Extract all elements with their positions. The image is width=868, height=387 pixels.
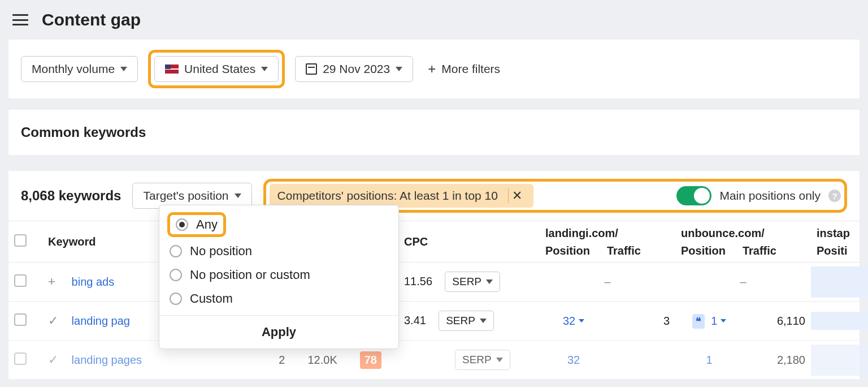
volume-dropdown[interactable]: Monthly volume: [21, 56, 138, 82]
keyword-count: 8,068 keywords: [21, 188, 121, 204]
table-row: ✓ landing pages 2 12.0K 78 SERP 32 1: [8, 340, 860, 379]
position-link[interactable]: 32: [563, 315, 584, 328]
quote-badge-icon: ❝: [692, 314, 705, 329]
target-position-menu: Any No position No position or custom Cu…: [159, 205, 399, 349]
serp-button[interactable]: SERP: [445, 272, 500, 292]
cpc-value: 3.41: [404, 314, 426, 326]
d2-traffic: 6,110: [743, 306, 811, 337]
position-link[interactable]: 32: [567, 354, 580, 367]
keyword-link[interactable]: landing pages: [72, 354, 142, 366]
position-link[interactable]: 1: [711, 315, 726, 328]
d3-position: 7: [811, 266, 868, 298]
cpc-cell: SERP: [398, 341, 540, 379]
competitors-chip[interactable]: Competitors' positions: At least 1 in to…: [270, 184, 533, 208]
caret-down-icon: [579, 319, 584, 322]
serp-button[interactable]: SERP: [439, 311, 494, 331]
row-checkbox[interactable]: [14, 274, 27, 287]
apply-button[interactable]: Apply: [159, 315, 398, 349]
domain3-label: instap: [817, 227, 868, 240]
d1-traffic: 3: [607, 306, 675, 337]
check-icon: ✓: [48, 352, 62, 367]
expand-icon[interactable]: +: [48, 274, 62, 289]
option-no-position[interactable]: No position: [159, 239, 398, 263]
filter-bar: Monthly volume United States 29 Nov 2023…: [8, 40, 860, 98]
caret-down-icon: [486, 280, 493, 284]
traffic-header[interactable]: Traffic: [743, 244, 776, 257]
d1-traffic: [607, 351, 675, 369]
keyword-link[interactable]: bing ads: [72, 276, 115, 288]
caret-down-icon: [120, 67, 127, 71]
menu-icon[interactable]: [12, 14, 28, 25]
vol-value: 12.0K: [307, 354, 337, 367]
close-icon[interactable]: ✕: [508, 188, 526, 203]
d1-position: 32: [540, 345, 607, 376]
radio-icon: [170, 269, 182, 281]
position-header[interactable]: Position: [545, 244, 590, 257]
kd-badge: 78: [360, 351, 381, 369]
domain2-label: unbounce.com/: [681, 227, 805, 240]
select-all-cell: [8, 224, 42, 260]
row-checkbox[interactable]: [14, 352, 27, 365]
option-label: No position: [190, 244, 252, 259]
flag-us-icon: [165, 64, 179, 74]
row-checkbox[interactable]: [14, 313, 27, 326]
chip-label: Competitors' positions: At least 1 in to…: [277, 189, 498, 203]
serp-button[interactable]: SERP: [455, 350, 510, 370]
country-dropdown[interactable]: United States: [154, 56, 279, 82]
d2-traffic: 2,180: [743, 345, 811, 376]
caret-down-icon: [396, 67, 402, 71]
cpc-value: 11.56: [404, 275, 432, 287]
results-bar: 8,068 keywords Target's position Competi…: [8, 171, 860, 221]
domain2-header-group: unbounce.com/ Position Traffic: [675, 221, 811, 262]
traffic-header[interactable]: Traffic: [607, 244, 641, 257]
main-positions-toggle[interactable]: [676, 186, 711, 205]
caret-down-icon: [235, 194, 241, 198]
volume-label: Monthly volume: [32, 62, 115, 76]
position-header[interactable]: Positi: [817, 244, 847, 257]
d2-position: ❝ 1: [675, 306, 743, 337]
table-row: + bing ads 11.56 SERP – – 7: [8, 262, 860, 301]
sf-value: 2: [279, 354, 285, 367]
position-header[interactable]: Position: [681, 244, 726, 257]
option-label: No position or custom: [190, 268, 310, 282]
caret-down-icon: [261, 67, 268, 71]
table-row: ✓ landing pag 3.41 SERP 32 3 ❝ 1 6,11: [8, 301, 860, 340]
d2-position: –: [675, 266, 811, 298]
d1-position: 32: [540, 306, 607, 337]
cpc-header[interactable]: CPC: [398, 225, 540, 259]
cpc-cell: 11.56 SERP: [398, 263, 540, 301]
page-title: Content gap: [42, 10, 141, 29]
option-label: Any: [196, 217, 218, 232]
d3-position: 1: [811, 345, 868, 376]
option-no-position-or-custom[interactable]: No position or custom: [159, 263, 398, 287]
help-icon[interactable]: ?: [828, 190, 841, 202]
caret-down-icon: [496, 358, 503, 362]
country-label: United States: [184, 62, 255, 76]
page-header: Content gap: [0, 0, 868, 40]
caret-down-icon: [721, 319, 726, 322]
select-all-checkbox[interactable]: [14, 234, 27, 247]
keyword-link[interactable]: landing pag: [72, 315, 130, 327]
caret-down-icon: [480, 319, 487, 323]
position-link[interactable]: 1: [706, 354, 712, 367]
calendar-icon: [306, 63, 317, 75]
radio-icon: [170, 245, 182, 257]
domain1-header-group: landingi.com/ Position Traffic: [540, 221, 675, 262]
option-label: Custom: [190, 291, 233, 306]
more-filters-label: More filters: [441, 62, 500, 76]
option-custom[interactable]: Custom: [159, 287, 398, 311]
domain1-label: landingi.com/: [545, 227, 670, 240]
date-dropdown[interactable]: 29 Nov 2023: [295, 56, 413, 82]
plus-icon: +: [428, 61, 436, 77]
table-header-row: Keyword CPC landingi.com/ Position Traff…: [8, 221, 860, 262]
option-any[interactable]: Any: [167, 212, 226, 237]
more-filters-button[interactable]: + More filters: [423, 55, 505, 83]
radio-icon: [170, 293, 182, 305]
cpc-cell: 3.41 SERP: [398, 302, 540, 340]
toggle-label: Main positions only: [719, 189, 821, 203]
country-highlight: United States: [148, 50, 285, 88]
keyword-table: Keyword CPC landingi.com/ Position Traff…: [8, 221, 860, 379]
check-icon: ✓: [48, 313, 62, 328]
section-title: Common keywords: [21, 124, 847, 140]
common-keywords-panel: Common keywords: [8, 110, 860, 155]
